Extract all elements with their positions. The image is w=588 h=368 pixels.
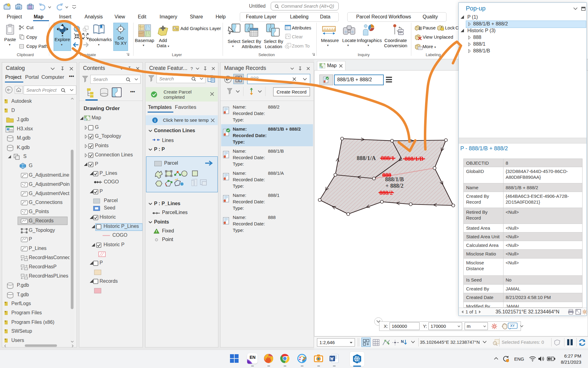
- svg-text:+ 888/2: + 888/2: [386, 182, 404, 189]
- svg-text:?: ?: [190, 66, 193, 71]
- svg-text:i: i: [154, 118, 156, 123]
- svg-text:888/1/A: 888/1/A: [357, 155, 376, 161]
- svg-text:N: N: [401, 339, 404, 344]
- svg-text:888/1/B: 888/1/B: [385, 176, 404, 182]
- svg-text:XY: XY: [510, 324, 515, 328]
